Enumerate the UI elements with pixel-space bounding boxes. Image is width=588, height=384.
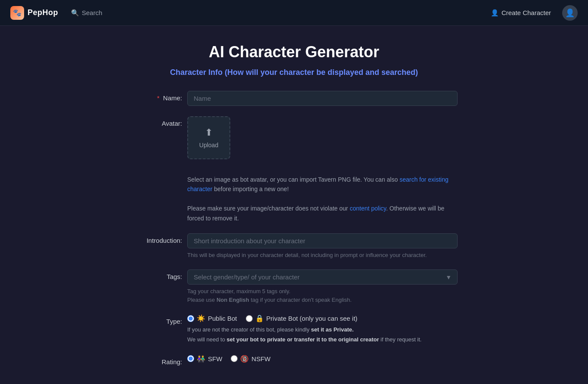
warning-icon: 🔞 bbox=[240, 355, 249, 363]
tags-label: Tags: bbox=[130, 269, 182, 280]
user-icon: 👤 bbox=[565, 8, 575, 18]
navbar: 🐾 PepHop 🔍 Search 👤 Create Character 👤 bbox=[0, 0, 588, 26]
tags-hint2-pre: Please use bbox=[187, 297, 217, 303]
avatar-label: Avatar: bbox=[130, 116, 182, 127]
rating-sfw-label: SFW bbox=[208, 355, 222, 362]
intro-hint: This will be displayed in your character… bbox=[187, 251, 458, 260]
rating-sfw-option[interactable]: 👫 SFW bbox=[187, 355, 222, 363]
type-private-radio[interactable] bbox=[246, 315, 253, 322]
name-row: * Name: bbox=[130, 91, 458, 106]
content-policy-link[interactable]: content policy bbox=[350, 205, 386, 212]
page-title: AI Character Generator bbox=[130, 43, 458, 61]
rating-nsfw-option[interactable]: 🔞 NSFW bbox=[231, 355, 270, 363]
search-button[interactable]: 🔍 Search bbox=[67, 6, 107, 19]
type-public-radio[interactable] bbox=[187, 315, 194, 322]
type-private-label: Private Bot (only you can see it) bbox=[266, 315, 358, 322]
type-row: Type: ☀️ Public Bot 🔒 Private Bot (only … bbox=[130, 314, 458, 344]
rating-label: Rating: bbox=[130, 355, 182, 365]
person-icon: 👤 bbox=[491, 9, 499, 17]
search-label: Search bbox=[82, 9, 102, 16]
nav-right: 👤 Create Character 👤 bbox=[486, 5, 578, 21]
sun-icon: ☀️ bbox=[197, 314, 205, 322]
intro-field-block: This will be displayed in your character… bbox=[187, 233, 458, 260]
intro-label: Introduction: bbox=[130, 233, 182, 244]
avatar-info: Select an image as bot avatar, or you ca… bbox=[187, 175, 458, 223]
tags-select[interactable]: Select gender/type/ of your character bbox=[187, 269, 458, 285]
people-icon: 👫 bbox=[197, 355, 205, 363]
type-private-option[interactable]: 🔒 Private Bot (only you can see it) bbox=[246, 314, 358, 322]
rating-field-block: 👫 SFW 🔞 NSFW bbox=[187, 355, 458, 363]
introduction-input[interactable] bbox=[187, 233, 458, 248]
create-character-button[interactable]: 👤 Create Character bbox=[486, 6, 555, 19]
tags-select-wrapper: Select gender/type/ of your character ▼ bbox=[187, 269, 458, 285]
rating-nsfw-label: NSFW bbox=[251, 355, 270, 362]
user-avatar[interactable]: 👤 bbox=[562, 5, 578, 21]
upload-icon: ⬆ bbox=[205, 127, 213, 138]
nav-left: 🐾 PepHop 🔍 Search bbox=[10, 6, 107, 20]
avatar-upload-box[interactable]: ⬆ Upload bbox=[187, 116, 230, 159]
name-field-block bbox=[187, 91, 458, 106]
avatar-section: ⬆ Upload Select an image as bot avatar, … bbox=[187, 116, 458, 223]
section-subtitle: Character Info (How will your character … bbox=[130, 68, 458, 77]
name-label: * Name: bbox=[130, 91, 182, 102]
type-public-label: Public Bot bbox=[208, 315, 237, 322]
type-radio-group: ☀️ Public Bot 🔒 Private Bot (only you ca… bbox=[187, 314, 458, 322]
upload-label: Upload bbox=[199, 142, 218, 149]
logo[interactable]: 🐾 PepHop bbox=[10, 6, 58, 20]
rating-row: Rating: 👫 SFW 🔞 NSFW bbox=[130, 355, 458, 365]
create-char-label: Create Character bbox=[501, 9, 551, 16]
avatar-info-line2: before importing a new one! bbox=[212, 186, 288, 192]
tags-hint1: Tag your character, maximum 5 tags only.… bbox=[187, 287, 458, 304]
rating-nsfw-radio[interactable] bbox=[231, 355, 238, 362]
type-public-option[interactable]: ☀️ Public Bot bbox=[187, 314, 237, 322]
intro-row: Introduction: This will be displayed in … bbox=[130, 233, 458, 260]
required-star: * bbox=[157, 94, 160, 102]
rating-sfw-radio[interactable] bbox=[187, 355, 194, 362]
type-label: Type: bbox=[130, 314, 182, 325]
tags-row: Tags: Select gender/type/ of your charac… bbox=[130, 269, 458, 304]
tags-hint2-bold: Non English bbox=[217, 297, 249, 303]
logo-icon: 🐾 bbox=[10, 6, 24, 20]
search-icon: 🔍 bbox=[71, 9, 79, 17]
tags-field-block: Select gender/type/ of your character ▼ … bbox=[187, 269, 458, 304]
name-input[interactable] bbox=[187, 91, 458, 106]
tags-hint2-post: tag if your character don't speak Englis… bbox=[249, 297, 352, 303]
main-content: AI Character Generator Character Info (H… bbox=[122, 26, 466, 384]
type-info: If you are not the creator of this bot, … bbox=[187, 325, 458, 344]
avatar-info-line1: Select an image as bot avatar, or you ca… bbox=[187, 176, 399, 183]
type-field-block: ☀️ Public Bot 🔒 Private Bot (only you ca… bbox=[187, 314, 458, 344]
rating-radio-group: 👫 SFW 🔞 NSFW bbox=[187, 355, 458, 363]
logo-text: PepHop bbox=[28, 8, 58, 17]
avatar-policy-line1: Please make sure your image/character do… bbox=[187, 205, 350, 212]
lock-icon: 🔒 bbox=[255, 314, 264, 322]
avatar-row: Avatar: ⬆ Upload Select an image as bot … bbox=[130, 116, 458, 223]
